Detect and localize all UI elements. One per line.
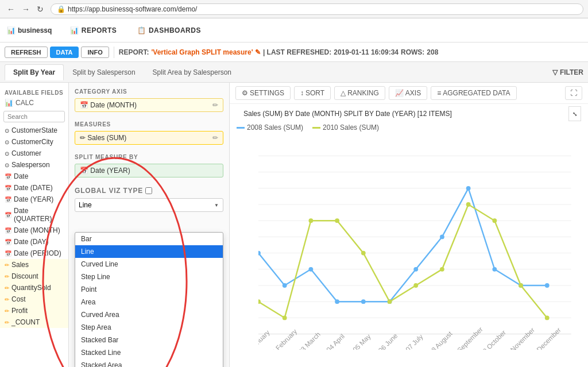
browser-nav: ← → ↻ [5,3,46,15]
aggregated-data-button[interactable]: ≡ AGGREGATED DATA [431,86,516,100]
last-refreshed-label: | LAST REFRESHED: [263,48,331,56]
refresh-button[interactable]: ↻ [34,3,46,15]
address-bar[interactable]: 🔒 https://app.businessq-software.com/dem… [51,3,583,15]
dropdown-item-area[interactable]: Area [75,296,223,308]
calendar-icon: 📅 [5,196,11,203]
sidebar-item-quantity-sold[interactable]: ✏ QuantitySold [0,282,68,293]
point-2010 [388,299,392,304]
sidebar-item-profit[interactable]: ✏ Profit [0,305,68,316]
dropdown-item-stacked-area[interactable]: Stacked Area [75,359,223,367]
viz-type-checkbox[interactable] [145,187,152,194]
sidebar-item-date-year[interactable]: 📅 Date (YEAR) [0,194,68,205]
calc-label: CALC [16,99,34,107]
dropdown-item-point[interactable]: Point [75,283,223,296]
dropdown-item-curved-area[interactable]: Curved Area [75,308,223,321]
measure-icon: ✏ [5,296,9,303]
sidebar: AVAILABLE FIELDS 📊 CALC ⊙ CustomerState … [0,83,69,367]
sidebar-item-date-day[interactable]: 📅 Date (DAY) [0,236,68,248]
category-field-chip[interactable]: 📅 Date (MONTH) ✏ [75,98,223,112]
measures-section: MEASURES ✏ Sales (SUM) ✏ [75,121,223,145]
info-button[interactable]: INFO [81,47,109,58]
refresh-button[interactable]: REFRESH [5,47,48,58]
dropdown-item-stacked-bar[interactable]: Stacked Bar [75,334,223,346]
measure-field-chip[interactable]: ✏ Sales (SUM) ✏ [75,131,223,145]
dropdown-item-curved-line[interactable]: Curved Line [75,258,223,271]
edit-icon[interactable]: ✏ [212,134,218,142]
sidebar-item-count[interactable]: ✏ _COUNT [0,316,68,328]
viz-type-section: GLOBAL VIZ TYPE Bar Line Curved Line Ste… [75,187,223,212]
sort-label: SORT [305,89,324,97]
tabs-bar: Split By Year Split by Salesperson Split… [0,62,588,83]
sidebar-item-discount[interactable]: ✏ Discount [0,271,68,282]
sidebar-item-calc[interactable]: 📊 CALC [0,97,68,109]
sidebar-item-date-month[interactable]: 📅 Date (MONTH) [0,225,68,236]
measure-field-label: Sales (SUM) [87,134,126,142]
sidebar-item-salesperson[interactable]: ⊙ Salesperson [0,159,68,171]
ranking-label: RANKING [347,89,379,97]
sidebar-item-label: Discount [11,272,38,280]
calendar-icon: 📅 [80,101,88,109]
category-field-label: Date (MONTH) [90,101,137,109]
search-input[interactable] [3,111,65,122]
edit-icon[interactable]: ✏ [212,101,218,109]
forward-button[interactable]: → [20,3,32,15]
back-button[interactable]: ← [5,3,17,15]
tab-split-by-year[interactable]: Split By Year [5,64,64,80]
svg-text:08 August: 08 August [427,329,454,350]
sidebar-item-date-quarter[interactable]: 📅 Date (QUARTER) [0,205,68,225]
sidebar-item-label: Date (QUARTER) [14,207,64,223]
sidebar-item-cost[interactable]: ✏ Cost [0,293,68,305]
point-2010 [335,218,339,223]
axis-button[interactable]: 📈 AXIS [389,86,427,100]
filter-label: FILTER [560,68,583,76]
measure-icon: ✏ [5,262,9,268]
sidebar-item-customer[interactable]: ⊙ Customer [0,148,68,159]
header-nav: 📊 REPORTS 📋 DASHBOARDS [65,24,206,37]
ranking-button[interactable]: △ RANKING [334,86,385,100]
legend-label-2010: 2010 Sales (SUM) [323,123,379,132]
dropdown-item-bar[interactable]: Bar [75,233,223,245]
axis-icon: 📈 [395,89,404,97]
toolbar-divider [114,47,114,58]
tab-split-by-salesperson[interactable]: Split by Salesperson [64,64,144,80]
point-2010 [283,316,287,320]
sidebar-item-date-date[interactable]: 📅 Date (DATE) [0,182,68,194]
svg-text:06 June: 06 June [377,332,399,350]
sidebar-item-sales[interactable]: ✏ Sales [0,259,68,271]
line-2010 [258,204,547,318]
dropdown-item-line[interactable]: Line [75,245,223,258]
toolbar: REFRESH DATA INFO REPORT: 'Vertical Grap… [0,43,588,62]
calendar-icon: 📅 [5,227,11,234]
svg-text:04 April: 04 April [325,333,346,350]
sidebar-item-customer-state[interactable]: ⊙ CustomerState [0,125,68,136]
data-button[interactable]: DATA [50,47,79,58]
expand-button[interactable]: ⛶ [565,86,582,100]
viz-type-select[interactable]: Bar Line Curved Line Step Line Point Are… [75,198,223,212]
sort-button[interactable]: ↕ SORT [294,86,331,100]
point-2008 [335,299,339,304]
settings-icon: ⚙ [242,89,248,97]
sidebar-item-label: Profit [11,307,28,315]
report-label: REPORT: [119,48,149,56]
dropdown-item-stacked-line[interactable]: Stacked Line [75,346,223,359]
measure-icon: ✏ [5,308,9,314]
sidebar-item-customer-city[interactable]: ⊙ CustomerCity [0,136,68,148]
chart-title: Sales (SUM) BY Date (MONTH) SPLIT BY Dat… [237,106,459,121]
svg-text:07 July: 07 July [404,333,424,350]
nav-reports[interactable]: 📊 REPORTS [65,24,121,37]
browser-bar: ← → ↻ 🔒 https://app.businessq-software.c… [0,0,588,18]
nav-dashboards[interactable]: 📋 DASHBOARDS [133,24,206,37]
dropdown-item-step-area[interactable]: Step Area [75,321,223,334]
sidebar-item-date-period[interactable]: 📅 Date (PERIOD) [0,248,68,259]
svg-text:02 February: 02 February [268,327,299,350]
split-field-chip[interactable]: 📅 Date (YEAR) [75,164,223,177]
lock-icon: 🔒 [57,5,65,13]
dropdown-item-step-line[interactable]: Step Line [75,271,223,283]
aggregated-data-icon: ≡ [437,89,441,97]
sidebar-item-date[interactable]: 📅 Date [0,171,68,182]
filter-button[interactable]: ▽ FILTER [552,68,583,76]
settings-button[interactable]: ⚙ SETTINGS [235,86,291,100]
point-2008 [283,283,287,288]
tab-split-area-by-salesperson[interactable]: Split Area by Salesperson [144,64,240,80]
export-button[interactable]: ⤡ [568,106,581,121]
